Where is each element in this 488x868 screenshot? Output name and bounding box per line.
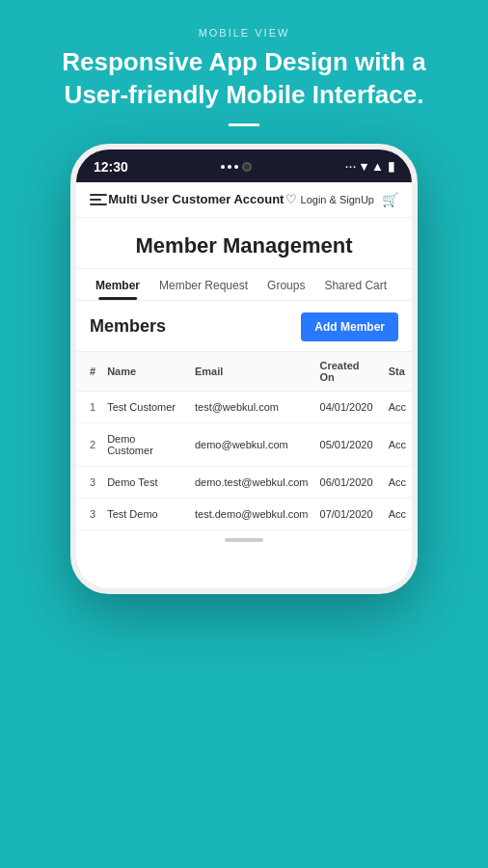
col-header-email: Email: [189, 351, 314, 391]
signal-icon: ▲: [371, 159, 384, 174]
cell-num-0: 1: [76, 391, 101, 422]
cell-status-1: Acc: [383, 422, 412, 466]
wifi-icon: ▾: [361, 159, 367, 174]
scroll-bar: [225, 538, 263, 542]
page-content: Member Management Member Member Request …: [76, 218, 412, 550]
tab-member-request[interactable]: Member Request: [149, 269, 258, 300]
phone-bottom: [76, 550, 412, 588]
app-navbar: Multi User Customer Account ♡ Login & Si…: [76, 182, 412, 218]
status-notch: [221, 162, 252, 172]
cell-name-2: Demo Test: [101, 466, 189, 498]
notch-dots: [221, 165, 238, 169]
cell-created-3: 07/01/2020: [314, 498, 383, 529]
add-member-button[interactable]: Add Member: [301, 312, 398, 341]
cell-email-1: demo@webkul.com: [189, 422, 314, 466]
col-header-name: Name: [101, 351, 189, 391]
table-row: 2 Demo Customer demo@webkul.com 05/01/20…: [76, 422, 412, 466]
nav-right: ♡ Login & SignUp 🛒: [285, 192, 398, 207]
cell-status-2: Acc: [383, 466, 412, 498]
tabs-bar: Member Member Request Groups Shared Cart: [76, 269, 412, 301]
cell-status-0: Acc: [383, 391, 412, 422]
tab-member[interactable]: Member: [86, 269, 149, 300]
status-icons: ··· ▾ ▲ ▮: [345, 159, 394, 174]
cell-email-3: test.demo@webkul.com: [189, 498, 314, 529]
table-row: 1 Test Customer test@webkul.com 04/01/20…: [76, 391, 412, 422]
cell-name-3: Test Demo: [101, 498, 189, 529]
table-header-row: # Name Email Created On Sta: [76, 351, 412, 391]
tab-groups[interactable]: Groups: [258, 269, 314, 300]
hamburger-line-2: [90, 199, 101, 201]
cell-num-2: 3: [76, 466, 101, 498]
cell-name-0: Test Customer: [101, 391, 189, 422]
col-header-status: Sta: [383, 351, 412, 391]
cell-num-3: 3: [76, 498, 101, 529]
table-row: 3 Demo Test demo.test@webkul.com 06/01/2…: [76, 466, 412, 498]
title-divider: [229, 123, 259, 126]
members-header: Members Add Member: [76, 301, 412, 351]
page-header: MOBILE VIEW Responsive App Design with a…: [0, 0, 488, 144]
status-time: 12:30: [94, 159, 128, 175]
cell-num-1: 2: [76, 422, 101, 466]
cell-created-2: 06/01/2020: [314, 466, 383, 498]
heart-icon: ♡: [285, 192, 297, 206]
page-title: Responsive App Design with a User-friend…: [39, 46, 449, 112]
hamburger-icon[interactable]: [90, 194, 107, 205]
cell-name-1: Demo Customer: [101, 422, 189, 466]
menu-dots-icon: ···: [345, 161, 357, 173]
hamburger-line-1: [90, 194, 107, 196]
members-table: # Name Email Created On Sta 1 Test Custo…: [76, 351, 412, 530]
notch-dot-1: [221, 165, 225, 169]
app-brand: Multi User Customer Account: [108, 192, 284, 206]
cell-created-0: 04/01/2020: [314, 391, 383, 422]
members-title: Members: [90, 316, 166, 337]
cart-icon[interactable]: 🛒: [382, 192, 398, 207]
login-signup-label: Login & SignUp: [301, 194, 374, 205]
tab-shared-cart[interactable]: Shared Cart: [314, 269, 396, 300]
notch-dot-3: [234, 165, 238, 169]
content-title: Member Management: [76, 218, 412, 269]
login-signup-button[interactable]: ♡ Login & SignUp: [285, 192, 374, 206]
phone-frame: 12:30 ··· ▾ ▲ ▮ Multi User Customer Acco…: [70, 144, 418, 594]
cell-status-3: Acc: [383, 498, 412, 529]
hamburger-line-3: [90, 203, 107, 205]
col-header-num: #: [76, 351, 101, 391]
scroll-indicator: [76, 530, 412, 550]
cell-created-1: 05/01/2020: [314, 422, 383, 466]
battery-icon: ▮: [388, 159, 394, 174]
cell-email-0: test@webkul.com: [189, 391, 314, 422]
camera-icon: [242, 162, 252, 172]
table-row: 3 Test Demo test.demo@webkul.com 07/01/2…: [76, 498, 412, 529]
cell-email-2: demo.test@webkul.com: [189, 466, 314, 498]
col-header-created: Created On: [314, 351, 383, 391]
status-bar: 12:30 ··· ▾ ▲ ▮: [76, 149, 412, 182]
mobile-view-label: MOBILE VIEW: [39, 27, 449, 39]
notch-dot-2: [228, 165, 231, 169]
